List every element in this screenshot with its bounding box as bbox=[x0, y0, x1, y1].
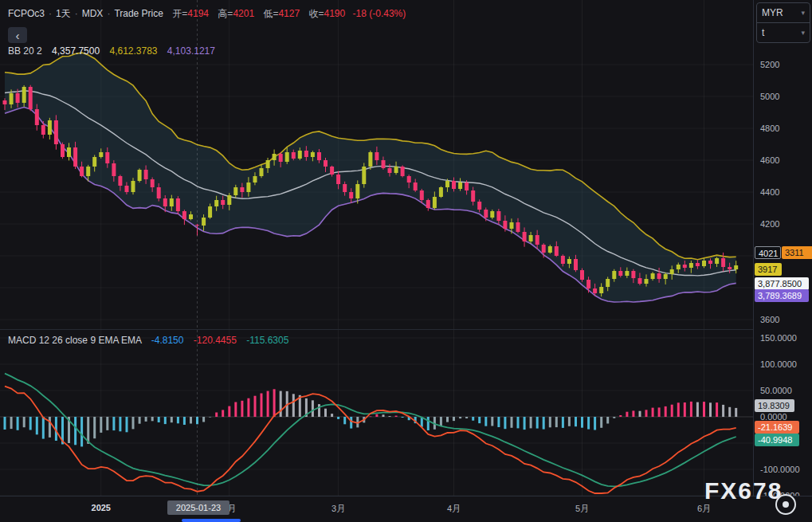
separator: · bbox=[49, 8, 52, 19]
price-axis-label: 4400 bbox=[760, 187, 779, 197]
price-axis-label: 5000 bbox=[760, 92, 779, 101]
price-tag: 3,789.3689 bbox=[755, 289, 809, 302]
high-value: 4201 bbox=[233, 8, 254, 19]
separator: · bbox=[75, 8, 78, 19]
time-axis-label: 3月 bbox=[331, 503, 345, 515]
chart-window: FCPOc3·1天·MDX·Trade Price 开=4194 高=4201 … bbox=[0, 0, 812, 522]
time-axis-label: 2025 bbox=[92, 503, 111, 512]
macd-chart-canvas[interactable] bbox=[0, 330, 753, 496]
separator: · bbox=[107, 8, 110, 19]
price-axis-label: 4600 bbox=[760, 155, 779, 165]
time-axis[interactable]: 20252月3月4月5月6月 2025-01-23 bbox=[0, 496, 812, 522]
bb-basis-value: 4,357.7500 bbox=[52, 45, 100, 57]
price-tag: 3,877.8500 bbox=[755, 277, 809, 290]
back-button[interactable]: ‹ bbox=[8, 27, 27, 43]
macd-axis-label: 100.0000 bbox=[760, 359, 797, 369]
price-axis-label: 4200 bbox=[760, 219, 779, 229]
open-label: 开= bbox=[172, 8, 187, 19]
bb-lower-value: 4,103.1217 bbox=[167, 45, 215, 57]
scrollbar-thumb[interactable] bbox=[182, 519, 241, 522]
chevron-down-icon: ▾ bbox=[801, 29, 805, 37]
price-axis-label: 5200 bbox=[760, 60, 779, 69]
macd-pane[interactable] bbox=[0, 330, 753, 496]
bb-upper-value: 4,612.3783 bbox=[109, 45, 157, 57]
macd-signal-value: -115.6305 bbox=[246, 335, 288, 346]
price-axis-label: 3600 bbox=[760, 315, 779, 324]
currency-unit-selector: MYR ▾ t ▾ bbox=[756, 2, 810, 43]
interval-label[interactable]: 1天 bbox=[56, 8, 71, 19]
macd-value-tag: -40.9948 bbox=[755, 434, 799, 446]
price-axis[interactable]: 520050004800460044004200400038003600150.… bbox=[753, 0, 812, 496]
change-value: -18 (-0.43%) bbox=[353, 8, 406, 19]
series-type-label: Trade Price bbox=[114, 8, 163, 19]
price-tag: 4021 bbox=[755, 246, 781, 259]
currency-value: MYR bbox=[762, 7, 783, 18]
macd-legend[interactable]: MACD 12 26 close 9 EMA EMA -4.8150 -120.… bbox=[8, 335, 288, 346]
fx678-logo-icon bbox=[775, 494, 796, 515]
price-axis-label: 4800 bbox=[760, 124, 779, 133]
chevron-down-icon: ▾ bbox=[801, 9, 805, 17]
time-axis-label: 6月 bbox=[697, 503, 711, 515]
bb-label: BB 20 2 bbox=[8, 45, 42, 57]
low-label: 低= bbox=[263, 8, 278, 19]
symbol-info-bar: FCPOc3·1天·MDX·Trade Price 开=4194 高=4201 … bbox=[8, 7, 406, 21]
watermark-fx678: FX678 bbox=[704, 477, 783, 504]
crosshair-date-tag: 2025-01-23 bbox=[167, 500, 229, 515]
time-axis-label: 5月 bbox=[575, 503, 589, 515]
macd-axis-label: -100.0000 bbox=[760, 465, 800, 474]
high-label: 高= bbox=[218, 8, 233, 19]
macd-axis-label: 150.0000 bbox=[760, 333, 797, 343]
price-tag: 3917 bbox=[755, 263, 782, 276]
bb-legend[interactable]: BB 20 2 4,357.7500 4,612.3783 4,103.1217 bbox=[8, 45, 215, 57]
low-value: 4127 bbox=[278, 8, 300, 19]
macd-value-tag: -21.1639 bbox=[755, 421, 799, 434]
close-value: 4190 bbox=[324, 8, 346, 19]
macd-hist-value: -4.8150 bbox=[151, 335, 184, 346]
macd-value-tag: 19.8309 bbox=[755, 399, 794, 412]
fx678-logo-dot bbox=[783, 501, 789, 508]
close-label: 收= bbox=[308, 8, 324, 19]
macd-line-value: -120.4455 bbox=[194, 335, 237, 346]
currency-select[interactable]: MYR ▾ bbox=[757, 3, 810, 22]
macd-axis-label: 50.0000 bbox=[760, 386, 792, 395]
chevron-left-icon: ‹ bbox=[16, 29, 20, 41]
price-tag: 3311 bbox=[782, 246, 812, 259]
macd-label: MACD 12 26 close 9 EMA EMA bbox=[8, 335, 141, 346]
unit-value: t bbox=[762, 27, 764, 38]
symbol-title[interactable]: FCPOc3 bbox=[8, 8, 45, 19]
exchange-label: MDX bbox=[82, 8, 104, 19]
open-value: 4194 bbox=[187, 8, 209, 19]
unit-select[interactable]: t ▾ bbox=[757, 22, 810, 42]
time-axis-label: 4月 bbox=[447, 503, 461, 515]
